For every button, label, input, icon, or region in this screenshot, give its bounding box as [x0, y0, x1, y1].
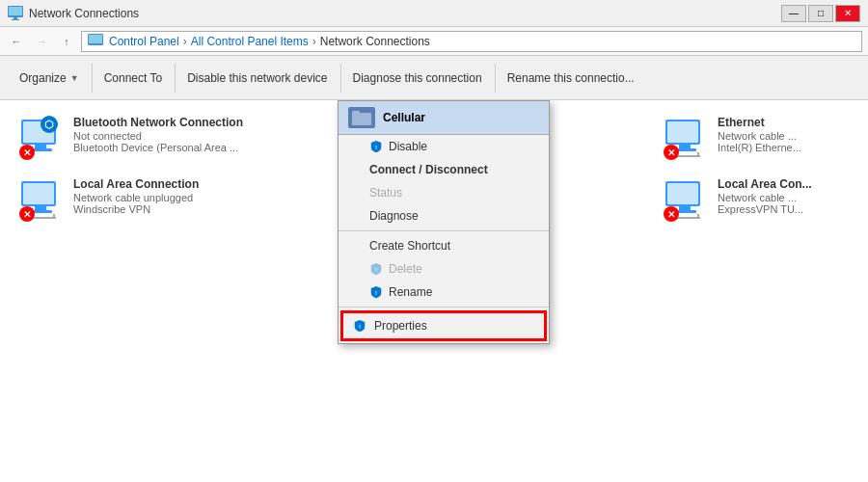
x-badge-local-right: ✕: [664, 206, 679, 222]
ctx-status: Status: [339, 181, 549, 204]
ctx-status-label: Status: [369, 186, 402, 200]
address-box[interactable]: Control Panel › All Control Panel Items …: [81, 31, 862, 52]
ethernet-connection-item[interactable]: ✕ Ethernet Network cable ... Intel(R) Et…: [660, 112, 853, 166]
ctx-delete-label: Delete: [389, 262, 422, 276]
toolbar: Organize ▼ Connect To Disable this netwo…: [0, 56, 868, 100]
svg-text:!: !: [375, 266, 377, 273]
x-badge-bluetooth: ✕: [19, 145, 35, 160]
breadcrumb-controlpanel[interactable]: Control Panel: [109, 35, 179, 48]
ctx-separator-2: [339, 307, 549, 308]
bluetooth-info: Bluetooth Network Connection Not connect…: [73, 116, 243, 153]
bluetooth-status: Not connected: [73, 130, 243, 142]
properties-highlight-box: ! Properties: [340, 310, 547, 341]
bluetooth-icon-wrap: ⬡ ✕: [19, 116, 66, 162]
shield-icon-disable: !: [369, 140, 383, 153]
x-badge-local: ✕: [19, 206, 35, 222]
ethernet-detail: Intel(R) Etherne...: [718, 142, 849, 153]
connect-to-button[interactable]: Connect To: [93, 56, 176, 99]
local-area-status: Network cable unplugged: [73, 192, 243, 203]
bluetooth-badge: ⬡: [41, 116, 58, 133]
left-column: ⬡ ✕ Bluetooth Network Connection Not con…: [15, 112, 324, 470]
ethernet-status: Network cable ...: [718, 130, 849, 142]
svg-text:!: !: [359, 323, 361, 330]
context-menu: Cellular ! Disable Connect / Disconnect …: [338, 100, 550, 344]
organize-arrow: ▼: [70, 73, 79, 83]
window-title: Network Connections: [29, 7, 139, 20]
ctx-diagnose-label: Diagnose: [369, 209, 419, 223]
disable-device-button[interactable]: Disable this network device: [176, 56, 339, 99]
context-menu-title: Cellular: [383, 111, 425, 124]
content-area: ⬡ ✕ Bluetooth Network Connection Not con…: [0, 100, 868, 482]
title-bar: Network Connections — □ ✕: [0, 0, 868, 27]
local-area-name: Local Area Connection: [73, 177, 243, 191]
svg-text:!: !: [375, 289, 377, 296]
local-area-right-info: Local Area Con... Network cable ... Expr…: [718, 177, 849, 215]
local-area-connection-right-item[interactable]: ✕ Local Area Con... Network cable ... Ex…: [660, 174, 853, 228]
svg-rect-1: [9, 7, 22, 15]
context-menu-header: Cellular: [339, 101, 549, 135]
svg-rect-11: [23, 183, 54, 204]
svg-rect-3: [12, 19, 19, 20]
ctx-connect-disconnect[interactable]: Connect / Disconnect: [339, 158, 549, 181]
ctx-diagnose[interactable]: Diagnose: [339, 204, 549, 228]
ctx-separator-1: [339, 230, 549, 231]
svg-rect-12: [35, 206, 46, 210]
organize-button[interactable]: Organize ▼: [8, 56, 92, 99]
ctx-shortcut-label: Create Shortcut: [369, 239, 450, 253]
ctx-properties[interactable]: ! Properties: [343, 313, 544, 338]
ethernet-name: Ethernet: [718, 116, 849, 129]
svg-rect-5: [89, 35, 102, 43]
ctx-rename-label: Rename: [389, 285, 432, 299]
svg-rect-2: [14, 17, 17, 19]
diagnose-button[interactable]: Diagnose this connection: [341, 56, 495, 99]
ctx-create-shortcut[interactable]: Create Shortcut: [339, 234, 549, 257]
up-button[interactable]: ↑: [56, 31, 77, 52]
bluetooth-name: Bluetooth Network Connection: [73, 116, 243, 129]
bluetooth-detail: Bluetooth Device (Personal Area ...: [73, 142, 243, 153]
local-area-right-name: Local Area Con...: [718, 177, 849, 191]
local-area-icon-wrap: ✕: [19, 177, 66, 224]
minimize-button[interactable]: —: [781, 5, 806, 22]
ethernet-info: Ethernet Network cable ... Intel(R) Ethe…: [718, 116, 849, 153]
svg-text:!: !: [375, 144, 377, 150]
local-area-detail: Windscribe VPN: [73, 203, 243, 215]
breadcrumb-networkconnections: Network Connections: [320, 35, 430, 48]
local-area-connection-item[interactable]: ✕ Local Area Connection Network cable un…: [15, 174, 247, 228]
ethernet-icon-wrap: ✕: [664, 116, 710, 162]
shield-icon-properties: !: [353, 319, 366, 333]
bluetooth-connection-item[interactable]: ⬡ ✕ Bluetooth Network Connection Not con…: [15, 112, 247, 166]
ctx-properties-label: Properties: [374, 319, 427, 333]
ctx-delete: ! Delete: [339, 257, 549, 281]
right-column: ✕ Ethernet Network cable ... Intel(R) Et…: [660, 112, 853, 228]
svg-rect-25: [679, 145, 691, 148]
close-button[interactable]: ✕: [835, 5, 860, 22]
ctx-rename[interactable]: ! Rename: [339, 281, 549, 304]
svg-rect-18: [352, 111, 360, 115]
svg-rect-8: [35, 145, 46, 148]
svg-rect-32: [679, 206, 691, 210]
svg-rect-24: [667, 121, 698, 143]
rename-button[interactable]: Rename this connectio...: [496, 56, 647, 99]
cellular-header-icon: [348, 107, 375, 128]
x-badge-ethernet: ✕: [664, 145, 679, 160]
back-button[interactable]: ←: [6, 31, 27, 52]
local-area-right-icon-wrap: ✕: [664, 177, 710, 224]
svg-rect-31: [667, 183, 698, 204]
local-area-right-status: Network cable ...: [718, 192, 849, 203]
maximize-button[interactable]: □: [808, 5, 833, 22]
local-area-info: Local Area Connection Network cable unpl…: [73, 177, 243, 215]
local-area-right-detail: ExpressVPN TU...: [718, 203, 849, 215]
shield-icon-delete: !: [369, 262, 383, 276]
shield-icon-rename: !: [369, 285, 383, 299]
forward-button[interactable]: →: [31, 31, 52, 52]
ctx-disable-label: Disable: [389, 140, 427, 153]
breadcrumb-allitems[interactable]: All Control Panel Items: [191, 35, 309, 48]
ctx-disable[interactable]: ! Disable: [339, 135, 549, 158]
network-connections-icon: [8, 6, 23, 21]
folder-icon: [352, 110, 371, 125]
address-bar: ← → ↑ Control Panel › All Control Panel …: [0, 27, 868, 56]
window-controls: — □ ✕: [781, 5, 860, 22]
ctx-connect-label: Connect / Disconnect: [369, 163, 488, 176]
